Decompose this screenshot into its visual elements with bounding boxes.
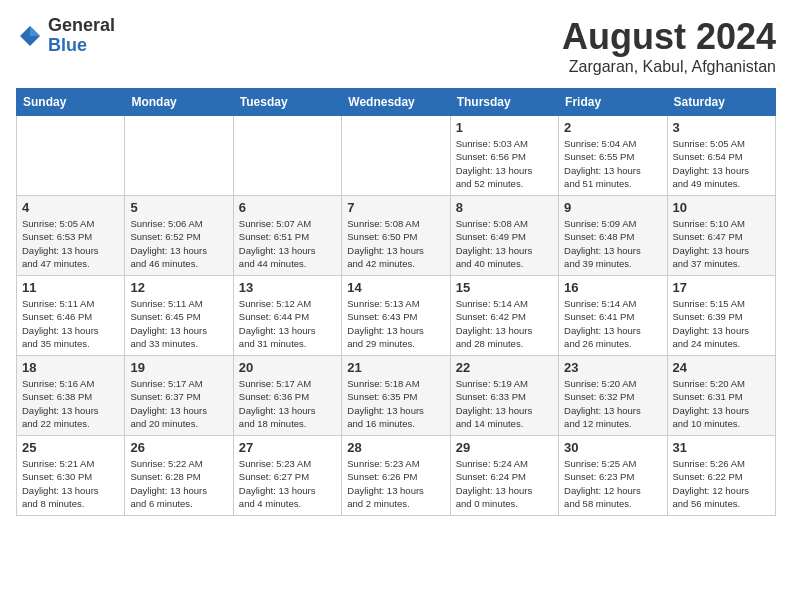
day-info: Sunrise: 5:05 AM Sunset: 6:54 PM Dayligh… xyxy=(673,137,770,190)
day-info: Sunrise: 5:10 AM Sunset: 6:47 PM Dayligh… xyxy=(673,217,770,270)
day-number: 28 xyxy=(347,440,444,455)
logo: General Blue xyxy=(16,16,115,56)
day-info: Sunrise: 5:15 AM Sunset: 6:39 PM Dayligh… xyxy=(673,297,770,350)
day-number: 19 xyxy=(130,360,227,375)
day-info: Sunrise: 5:25 AM Sunset: 6:23 PM Dayligh… xyxy=(564,457,661,510)
calendar-cell: 11Sunrise: 5:11 AM Sunset: 6:46 PM Dayli… xyxy=(17,276,125,356)
calendar-cell: 21Sunrise: 5:18 AM Sunset: 6:35 PM Dayli… xyxy=(342,356,450,436)
day-info: Sunrise: 5:09 AM Sunset: 6:48 PM Dayligh… xyxy=(564,217,661,270)
day-info: Sunrise: 5:08 AM Sunset: 6:50 PM Dayligh… xyxy=(347,217,444,270)
day-number: 31 xyxy=(673,440,770,455)
calendar-cell xyxy=(233,116,341,196)
logo-text: General Blue xyxy=(48,16,115,56)
day-number: 27 xyxy=(239,440,336,455)
day-number: 2 xyxy=(564,120,661,135)
day-number: 11 xyxy=(22,280,119,295)
day-info: Sunrise: 5:04 AM Sunset: 6:55 PM Dayligh… xyxy=(564,137,661,190)
header-cell-friday: Friday xyxy=(559,89,667,116)
calendar-cell: 18Sunrise: 5:16 AM Sunset: 6:38 PM Dayli… xyxy=(17,356,125,436)
day-number: 29 xyxy=(456,440,553,455)
calendar-cell: 10Sunrise: 5:10 AM Sunset: 6:47 PM Dayli… xyxy=(667,196,775,276)
calendar-cell: 30Sunrise: 5:25 AM Sunset: 6:23 PM Dayli… xyxy=(559,436,667,516)
calendar-week-0: 1Sunrise: 5:03 AM Sunset: 6:56 PM Daylig… xyxy=(17,116,776,196)
calendar-cell: 24Sunrise: 5:20 AM Sunset: 6:31 PM Dayli… xyxy=(667,356,775,436)
calendar-cell: 23Sunrise: 5:20 AM Sunset: 6:32 PM Dayli… xyxy=(559,356,667,436)
header-cell-sunday: Sunday xyxy=(17,89,125,116)
day-info: Sunrise: 5:05 AM Sunset: 6:53 PM Dayligh… xyxy=(22,217,119,270)
calendar-cell: 5Sunrise: 5:06 AM Sunset: 6:52 PM Daylig… xyxy=(125,196,233,276)
day-info: Sunrise: 5:16 AM Sunset: 6:38 PM Dayligh… xyxy=(22,377,119,430)
calendar-cell: 12Sunrise: 5:11 AM Sunset: 6:45 PM Dayli… xyxy=(125,276,233,356)
day-info: Sunrise: 5:22 AM Sunset: 6:28 PM Dayligh… xyxy=(130,457,227,510)
calendar-table: SundayMondayTuesdayWednesdayThursdayFrid… xyxy=(16,88,776,516)
logo-blue-text: Blue xyxy=(48,36,115,56)
day-number: 17 xyxy=(673,280,770,295)
day-info: Sunrise: 5:17 AM Sunset: 6:36 PM Dayligh… xyxy=(239,377,336,430)
day-number: 6 xyxy=(239,200,336,215)
day-number: 30 xyxy=(564,440,661,455)
calendar-week-3: 18Sunrise: 5:16 AM Sunset: 6:38 PM Dayli… xyxy=(17,356,776,436)
day-info: Sunrise: 5:06 AM Sunset: 6:52 PM Dayligh… xyxy=(130,217,227,270)
header-cell-monday: Monday xyxy=(125,89,233,116)
day-info: Sunrise: 5:19 AM Sunset: 6:33 PM Dayligh… xyxy=(456,377,553,430)
calendar-week-1: 4Sunrise: 5:05 AM Sunset: 6:53 PM Daylig… xyxy=(17,196,776,276)
day-number: 25 xyxy=(22,440,119,455)
calendar-cell: 4Sunrise: 5:05 AM Sunset: 6:53 PM Daylig… xyxy=(17,196,125,276)
calendar-cell: 2Sunrise: 5:04 AM Sunset: 6:55 PM Daylig… xyxy=(559,116,667,196)
day-info: Sunrise: 5:07 AM Sunset: 6:51 PM Dayligh… xyxy=(239,217,336,270)
calendar-cell xyxy=(342,116,450,196)
day-info: Sunrise: 5:03 AM Sunset: 6:56 PM Dayligh… xyxy=(456,137,553,190)
logo-general-text: General xyxy=(48,16,115,36)
calendar-cell: 3Sunrise: 5:05 AM Sunset: 6:54 PM Daylig… xyxy=(667,116,775,196)
day-info: Sunrise: 5:23 AM Sunset: 6:26 PM Dayligh… xyxy=(347,457,444,510)
header-cell-wednesday: Wednesday xyxy=(342,89,450,116)
calendar-cell: 22Sunrise: 5:19 AM Sunset: 6:33 PM Dayli… xyxy=(450,356,558,436)
header-row: SundayMondayTuesdayWednesdayThursdayFrid… xyxy=(17,89,776,116)
day-number: 23 xyxy=(564,360,661,375)
header-cell-saturday: Saturday xyxy=(667,89,775,116)
location-title: Zargaran, Kabul, Afghanistan xyxy=(562,58,776,76)
day-number: 24 xyxy=(673,360,770,375)
day-number: 3 xyxy=(673,120,770,135)
day-info: Sunrise: 5:14 AM Sunset: 6:42 PM Dayligh… xyxy=(456,297,553,350)
day-number: 13 xyxy=(239,280,336,295)
calendar-cell: 1Sunrise: 5:03 AM Sunset: 6:56 PM Daylig… xyxy=(450,116,558,196)
day-info: Sunrise: 5:20 AM Sunset: 6:32 PM Dayligh… xyxy=(564,377,661,430)
calendar-cell: 6Sunrise: 5:07 AM Sunset: 6:51 PM Daylig… xyxy=(233,196,341,276)
calendar-cell: 17Sunrise: 5:15 AM Sunset: 6:39 PM Dayli… xyxy=(667,276,775,356)
day-info: Sunrise: 5:23 AM Sunset: 6:27 PM Dayligh… xyxy=(239,457,336,510)
day-number: 21 xyxy=(347,360,444,375)
day-info: Sunrise: 5:17 AM Sunset: 6:37 PM Dayligh… xyxy=(130,377,227,430)
calendar-cell xyxy=(125,116,233,196)
calendar-cell: 25Sunrise: 5:21 AM Sunset: 6:30 PM Dayli… xyxy=(17,436,125,516)
calendar-cell: 16Sunrise: 5:14 AM Sunset: 6:41 PM Dayli… xyxy=(559,276,667,356)
calendar-cell: 7Sunrise: 5:08 AM Sunset: 6:50 PM Daylig… xyxy=(342,196,450,276)
calendar-cell: 14Sunrise: 5:13 AM Sunset: 6:43 PM Dayli… xyxy=(342,276,450,356)
header-cell-thursday: Thursday xyxy=(450,89,558,116)
calendar-cell: 31Sunrise: 5:26 AM Sunset: 6:22 PM Dayli… xyxy=(667,436,775,516)
logo-icon xyxy=(16,22,44,50)
calendar-header: SundayMondayTuesdayWednesdayThursdayFrid… xyxy=(17,89,776,116)
day-info: Sunrise: 5:21 AM Sunset: 6:30 PM Dayligh… xyxy=(22,457,119,510)
day-info: Sunrise: 5:11 AM Sunset: 6:45 PM Dayligh… xyxy=(130,297,227,350)
calendar-week-2: 11Sunrise: 5:11 AM Sunset: 6:46 PM Dayli… xyxy=(17,276,776,356)
day-number: 5 xyxy=(130,200,227,215)
calendar-cell: 27Sunrise: 5:23 AM Sunset: 6:27 PM Dayli… xyxy=(233,436,341,516)
day-info: Sunrise: 5:14 AM Sunset: 6:41 PM Dayligh… xyxy=(564,297,661,350)
calendar-cell: 13Sunrise: 5:12 AM Sunset: 6:44 PM Dayli… xyxy=(233,276,341,356)
day-info: Sunrise: 5:12 AM Sunset: 6:44 PM Dayligh… xyxy=(239,297,336,350)
day-info: Sunrise: 5:18 AM Sunset: 6:35 PM Dayligh… xyxy=(347,377,444,430)
day-info: Sunrise: 5:24 AM Sunset: 6:24 PM Dayligh… xyxy=(456,457,553,510)
day-info: Sunrise: 5:08 AM Sunset: 6:49 PM Dayligh… xyxy=(456,217,553,270)
header: General Blue August 2024 Zargaran, Kabul… xyxy=(16,16,776,76)
day-number: 18 xyxy=(22,360,119,375)
calendar-cell: 9Sunrise: 5:09 AM Sunset: 6:48 PM Daylig… xyxy=(559,196,667,276)
day-number: 12 xyxy=(130,280,227,295)
calendar-cell: 15Sunrise: 5:14 AM Sunset: 6:42 PM Dayli… xyxy=(450,276,558,356)
day-number: 8 xyxy=(456,200,553,215)
calendar-week-4: 25Sunrise: 5:21 AM Sunset: 6:30 PM Dayli… xyxy=(17,436,776,516)
day-info: Sunrise: 5:20 AM Sunset: 6:31 PM Dayligh… xyxy=(673,377,770,430)
day-info: Sunrise: 5:11 AM Sunset: 6:46 PM Dayligh… xyxy=(22,297,119,350)
day-number: 4 xyxy=(22,200,119,215)
day-info: Sunrise: 5:26 AM Sunset: 6:22 PM Dayligh… xyxy=(673,457,770,510)
